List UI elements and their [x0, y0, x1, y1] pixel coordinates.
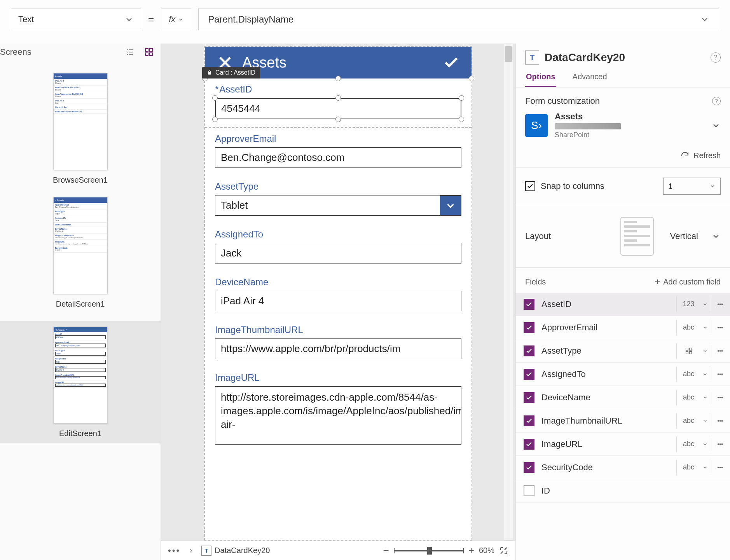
card-assettype[interactable]: AssetType Tablet	[205, 176, 472, 223]
field-type-caret[interactable]	[700, 302, 710, 307]
zoom-out-button[interactable]: −	[383, 544, 389, 557]
help-icon[interactable]: ?	[712, 97, 721, 105]
chevron-down-icon	[702, 418, 708, 424]
field-type-caret[interactable]	[700, 395, 710, 400]
devicename-input[interactable]: iPad Air 4	[215, 291, 461, 311]
tab-options[interactable]: Options	[525, 68, 556, 87]
field-row-securitycode[interactable]: SecurityCodeabc•••	[516, 456, 730, 479]
field-checkbox[interactable]	[524, 369, 534, 380]
chevron-down-icon[interactable]	[711, 121, 721, 130]
thumb-preview: < Assets ApproverEmailBen.Change@contoso…	[53, 197, 108, 294]
field-type-selector[interactable]: abc	[676, 390, 700, 405]
assignedto-input[interactable]: Jack	[215, 243, 461, 263]
screen-thumb-detail[interactable]: < Assets ApproverEmailBen.Change@contoso…	[0, 197, 161, 309]
property-dropdown[interactable]: Text	[11, 9, 141, 30]
field-checkbox[interactable]	[524, 439, 534, 450]
tab-advanced[interactable]: Advanced	[572, 68, 608, 87]
scrollbar-thumb[interactable]	[505, 46, 512, 62]
approveremail-input[interactable]: Ben.Change@contoso.com	[215, 147, 461, 168]
zoom-in-button[interactable]: +	[468, 544, 474, 557]
snap-checkbox[interactable]	[525, 181, 535, 191]
field-row-imagethumbnailurl[interactable]: ImageThumbnailURLabc•••	[516, 409, 730, 433]
field-row-assetid[interactable]: AssetID123•••	[516, 293, 730, 316]
screen-thumb-edit[interactable]: ✕ Assets ✓ AssetID4545444 ApproverEmailB…	[0, 321, 161, 443]
field-row-label: SecurityCode	[541, 462, 676, 473]
imageurl-input[interactable]: http://store.storeimages.cdn-apple.com/8…	[215, 386, 461, 445]
chevron-down-icon[interactable]	[700, 15, 709, 24]
card-assignedto[interactable]: AssignedTo Jack	[205, 223, 472, 271]
field-checkbox[interactable]	[524, 462, 534, 473]
field-more-button[interactable]: •••	[710, 460, 730, 475]
field-type-selector[interactable]: abc	[676, 320, 700, 335]
card-imagethumbnailurl[interactable]: ImageThumbnailURL https://www.apple.com/…	[205, 319, 472, 367]
card-imageurl[interactable]: ImageURL http://store.storeimages.cdn-ap…	[205, 367, 472, 452]
field-type-selector[interactable]: abc	[676, 366, 700, 382]
field-type-selector[interactable]: abc	[676, 413, 700, 429]
list-view-icon[interactable]	[126, 47, 135, 57]
field-type-caret[interactable]	[700, 372, 710, 377]
svg-rect-1	[150, 49, 152, 51]
field-checkbox[interactable]	[524, 485, 534, 496]
help-icon[interactable]: ?	[711, 52, 721, 63]
field-more-button[interactable]: •••	[710, 320, 730, 335]
field-checkbox[interactable]	[524, 299, 534, 310]
field-more-button[interactable]: •••	[710, 297, 730, 312]
text-type-icon: T	[201, 546, 211, 556]
field-row-assettype[interactable]: AssetType•••	[516, 339, 730, 363]
datasource-selector[interactable]: S› Assets SharePoint	[516, 109, 730, 147]
card-approveremail[interactable]: ApproverEmail Ben.Change@contoso.com	[205, 128, 472, 176]
field-more-button[interactable]: •••	[710, 390, 730, 405]
fit-to-screen-icon[interactable]	[499, 546, 508, 555]
imagethumb-input[interactable]: https://www.apple.com/br/pr/products/im	[215, 338, 461, 359]
zoom-slider-thumb[interactable]	[427, 547, 432, 555]
field-checkbox[interactable]	[524, 415, 534, 426]
refresh-button[interactable]: Refresh	[516, 147, 730, 167]
field-type-selector[interactable]: 123	[676, 297, 700, 312]
columns-select[interactable]: 1	[663, 178, 721, 195]
chevron-down-icon[interactable]	[711, 232, 721, 241]
assetid-input[interactable]: 4545444	[215, 98, 461, 119]
field-type-selector[interactable]	[676, 343, 700, 359]
assettype-select[interactable]: Tablet	[215, 195, 440, 216]
fx-button[interactable]: fx	[161, 9, 191, 30]
field-type-selector[interactable]: abc	[676, 436, 700, 452]
breadcrumb[interactable]: T DataCardKey20	[201, 546, 270, 556]
chevron-down-icon	[702, 325, 708, 330]
checkmark-icon	[526, 371, 533, 378]
field-type-caret[interactable]	[700, 418, 710, 424]
screen-thumb-browse[interactable]: Assets iPad Air 2Meena Asus Zen Book Pro…	[0, 73, 161, 185]
more-options-button[interactable]: •••	[168, 546, 180, 556]
formula-input[interactable]: Parent.DisplayName	[198, 9, 719, 30]
field-checkbox[interactable]	[524, 392, 534, 403]
grid-view-icon[interactable]	[144, 47, 154, 57]
field-type-caret[interactable]	[700, 348, 710, 354]
chevron-down-icon	[702, 348, 708, 354]
field-checkbox[interactable]	[524, 345, 534, 356]
field-checkbox[interactable]	[524, 322, 534, 333]
canvas-scrollbar[interactable]	[504, 44, 513, 541]
field-more-button[interactable]: •••	[710, 343, 730, 359]
field-type-caret[interactable]	[700, 441, 710, 447]
field-row-imageurl[interactable]: ImageURLabc•••	[516, 433, 730, 456]
field-more-button[interactable]: •••	[710, 436, 730, 452]
field-row-assignedto[interactable]: AssignedToabc•••	[516, 363, 730, 386]
thumb-preview: Assets iPad Air 2Meena Asus Zen Book Pro…	[53, 73, 108, 170]
form-customization-header: Form customization ?	[516, 87, 730, 109]
add-custom-field-button[interactable]: + Add custom field	[655, 276, 721, 287]
field-row-devicename[interactable]: DeviceNameabc•••	[516, 386, 730, 409]
field-row-approveremail[interactable]: ApproverEmailabc•••	[516, 316, 730, 339]
field-type-caret[interactable]	[700, 465, 710, 470]
field-more-button[interactable]: •••	[710, 366, 730, 382]
chevron-down-icon	[702, 302, 708, 307]
card-devicename[interactable]: DeviceName iPad Air 4	[205, 271, 472, 319]
refresh-label: Refresh	[693, 151, 721, 160]
field-type-caret[interactable]	[700, 325, 710, 330]
field-more-button[interactable]: •••	[710, 413, 730, 429]
field-type-selector[interactable]: abc	[676, 460, 700, 475]
zoom-slider[interactable]	[394, 550, 464, 551]
field-row-id[interactable]: ID	[516, 479, 730, 502]
field-label: AssetID	[215, 84, 461, 95]
assettype-dropdown-button[interactable]	[440, 195, 461, 216]
card-assetid[interactable]: AssetID 4545444	[205, 79, 472, 127]
checkmark-icon[interactable]	[443, 54, 460, 71]
